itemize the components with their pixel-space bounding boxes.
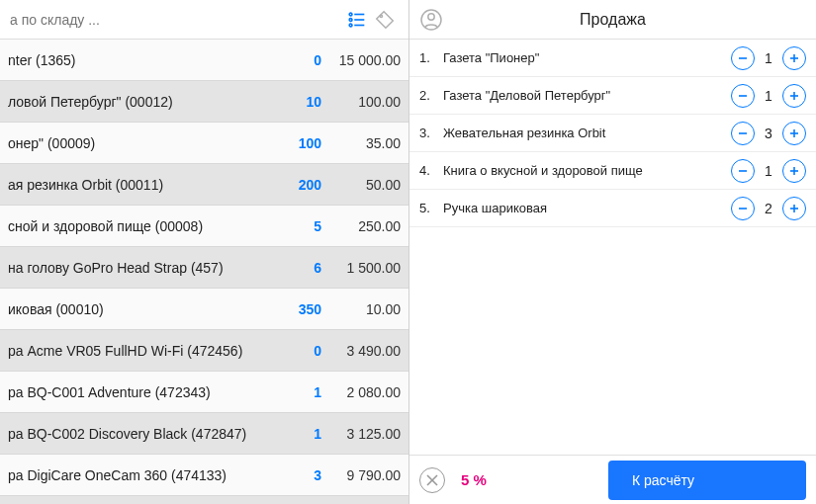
stock-item-qty: 0 — [278, 52, 327, 68]
decrement-button[interactable] — [731, 159, 755, 183]
stock-item-price: 35.00 — [327, 135, 401, 151]
stock-item-price: 3 490.00 — [327, 343, 401, 359]
tag-icon[interactable] — [371, 6, 399, 34]
cart-item-index: 5. — [419, 201, 439, 215]
cart-item-name: Жевательная резинка Orbit — [439, 126, 731, 140]
clear-button[interactable] — [419, 467, 445, 493]
stock-header — [0, 0, 408, 40]
stock-row[interactable]: ра DigiCare OneCam 360 (474133)39 790.00 — [0, 455, 408, 496]
stock-item-qty: 5 — [278, 218, 327, 234]
cart-item-name: Газета "Деловой Петербург" — [439, 88, 731, 103]
increment-button[interactable] — [782, 159, 806, 183]
cart-row: 3.Жевательная резинка Orbit3 — [409, 115, 816, 152]
svg-point-0 — [349, 13, 352, 16]
cart-item-qty: 1 — [755, 50, 782, 66]
sale-footer: 5 % К расчёту — [409, 455, 816, 504]
cart-item-index: 3. — [419, 126, 439, 140]
stock-row[interactable]: ловой Петербург" (00012)10100.00 — [0, 81, 408, 123]
svg-point-4 — [349, 24, 352, 27]
stock-item-qty: 100 — [278, 135, 327, 151]
stock-row[interactable]: онер" (00009)10035.00 — [0, 123, 408, 164]
stock-item-price: 1 500.00 — [327, 260, 401, 276]
stock-item-qty: 350 — [278, 301, 327, 317]
stock-item-price: 250.00 — [327, 218, 401, 234]
stock-row[interactable]: ая резинка Orbit (00011)20050.00 — [0, 164, 408, 206]
stock-item-name: ра Acme VR05 FullHD Wi-Fi (472456) — [0, 343, 278, 359]
cart-item-index: 4. — [419, 163, 439, 178]
svg-point-8 — [428, 14, 434, 20]
page-title: Продажа — [409, 11, 816, 29]
svg-point-6 — [380, 15, 382, 17]
decrement-button[interactable] — [731, 46, 755, 70]
stock-item-qty: 1 — [278, 384, 327, 400]
decrement-button[interactable] — [731, 84, 755, 108]
stock-item-price: 50.00 — [327, 177, 401, 193]
cart-item-qty: 1 — [755, 88, 782, 104]
stock-item-price: 3 125.00 — [327, 426, 401, 442]
increment-button[interactable] — [782, 197, 806, 220]
cart-list: 1.Газета "Пионер"12.Газета "Деловой Пете… — [409, 40, 816, 455]
increment-button[interactable] — [782, 122, 806, 145]
stock-item-qty: 200 — [278, 177, 327, 193]
stock-item-name: онер" (00009) — [0, 135, 278, 151]
stock-item-name: сной и здоровой пище (00008) — [0, 218, 278, 234]
cart-item-qty: 2 — [755, 201, 782, 216]
cart-item-qty: 1 — [755, 163, 782, 179]
stock-row[interactable]: nter (1365)015 000.00 — [0, 40, 408, 81]
cart-item-name: Книга о вкусной и здоровой пище — [439, 163, 731, 178]
cart-row: 5.Ручка шариковая2 — [409, 190, 816, 227]
increment-button[interactable] — [782, 84, 806, 108]
cart-row: 4.Книга о вкусной и здоровой пище1 — [409, 152, 816, 190]
sale-header: Продажа — [409, 0, 816, 40]
stock-item-qty: 3 — [278, 467, 327, 483]
decrement-button[interactable] — [731, 197, 755, 220]
cart-item-index: 2. — [419, 88, 439, 103]
stock-item-qty: 0 — [278, 343, 327, 359]
list-icon[interactable] — [343, 6, 371, 34]
cart-row: 1.Газета "Пионер"1 — [409, 40, 816, 77]
customer-icon[interactable] — [419, 8, 443, 35]
stock-row[interactable]: ра BQ-C001 Adventure (472343)12 080.00 — [0, 372, 408, 413]
cart-item-qty: 3 — [755, 126, 782, 141]
stock-row[interactable]: иковая (00010)35010.00 — [0, 289, 408, 330]
stock-item-price: 9 790.00 — [327, 467, 401, 483]
increment-button[interactable] — [782, 46, 806, 70]
stock-list[interactable]: nter (1365)015 000.00ловой Петербург" (0… — [0, 40, 408, 504]
cart-item-name: Газета "Пионер" — [439, 50, 731, 65]
stock-row[interactable]: сной и здоровой пище (00008)5250.00 — [0, 206, 408, 247]
cart-row: 2.Газета "Деловой Петербург"1 — [409, 77, 816, 115]
stock-item-qty: 10 — [278, 94, 327, 110]
stock-item-name: nter (1365) — [0, 52, 278, 68]
stock-item-price: 100.00 — [327, 94, 401, 110]
search-input[interactable] — [0, 4, 343, 36]
stock-item-price: 10.00 — [327, 301, 401, 317]
stock-item-name: на голову GoPro Head Strap (457) — [0, 260, 278, 276]
stock-row[interactable]: ра BQ-C002 Discovery Black (472847)13 12… — [0, 413, 408, 455]
stock-item-name: ая резинка Orbit (00011) — [0, 177, 278, 193]
stock-row[interactable]: ра Acme VR05 FullHD Wi-Fi (472456)03 490… — [0, 330, 408, 372]
checkout-button[interactable]: К расчёту — [608, 461, 806, 500]
stock-item-name: ра BQ-C002 Discovery Black (472847) — [0, 426, 278, 442]
stock-panel: nter (1365)015 000.00ловой Петербург" (0… — [0, 0, 408, 504]
stock-item-qty: 1 — [278, 426, 327, 442]
stock-item-name: ловой Петербург" (00012) — [0, 94, 278, 110]
stock-item-name: ра DigiCare OneCam 360 (474133) — [0, 467, 278, 483]
sale-panel: Продажа 1.Газета "Пионер"12.Газета "Дело… — [408, 0, 816, 504]
stock-item-qty: 6 — [278, 260, 327, 276]
cart-item-index: 1. — [419, 50, 439, 65]
stock-row[interactable]: ра DigiCare OneCam Plus (474132)17 990.0… — [0, 496, 408, 504]
stock-item-price: 2 080.00 — [327, 384, 401, 400]
svg-point-2 — [349, 18, 352, 21]
stock-item-price: 15 000.00 — [327, 52, 401, 68]
cart-item-name: Ручка шариковая — [439, 201, 731, 215]
discount-value[interactable]: 5 % — [455, 471, 487, 488]
stock-row[interactable]: на голову GoPro Head Strap (457)61 500.0… — [0, 247, 408, 289]
stock-item-name: иковая (00010) — [0, 301, 278, 317]
decrement-button[interactable] — [731, 122, 755, 145]
stock-item-name: ра BQ-C001 Adventure (472343) — [0, 384, 278, 400]
